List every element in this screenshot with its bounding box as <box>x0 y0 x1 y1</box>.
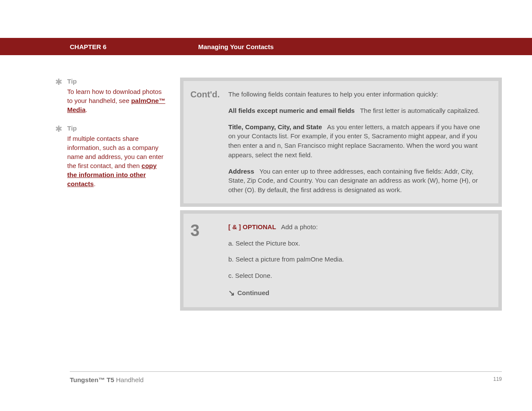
tip-label: Tip <box>67 78 77 85</box>
footer-product-bold: Tungsten™ T5 <box>70 376 114 383</box>
arrow-down-right-icon: ↘ <box>228 287 235 299</box>
optional-line: [ & ] OPTIONAL Add a photo: <box>228 222 488 232</box>
tip-text-post: . <box>94 180 96 187</box>
asterisk-icon: ✱ <box>55 125 62 133</box>
sidebar-tips: ✱ Tip To learn how to download photos to… <box>55 78 180 314</box>
tip-block: ✱ Tip If multiple contacts share informa… <box>55 125 167 188</box>
asterisk-icon: ✱ <box>55 78 62 86</box>
optional-label: [ & ] OPTIONAL <box>228 223 276 230</box>
term-label: Address <box>228 168 254 175</box>
intro-text: The following fields contain features to… <box>228 90 488 99</box>
step-number: 3 <box>190 222 228 239</box>
substep: c. Select Done. <box>228 271 488 280</box>
field-item: Title, Company, City, and State As you e… <box>228 122 488 160</box>
field-item: Address You can enter up to three addres… <box>228 167 488 195</box>
footer-product-rest: Handheld <box>114 376 143 383</box>
continued-indicator: ↘ Continued <box>228 287 488 299</box>
main-content: Cont'd. The following fields contain fea… <box>180 78 502 314</box>
term-label: All fields except numeric and email fiel… <box>228 107 355 114</box>
continued-label: Continued <box>237 288 269 298</box>
chapter-header-bar: CHAPTER 6 Managing Your Contacts <box>0 38 532 55</box>
footer-page-number: 119 <box>493 376 502 383</box>
tip-body: To learn how to download photos to your … <box>55 87 167 114</box>
tip-text-post: . <box>86 106 87 113</box>
chapter-title: Managing Your Contacts <box>198 43 274 50</box>
term-label: Title, Company, City, and State <box>228 123 322 131</box>
instruction-panel-contd: Cont'd. The following fields contain fea… <box>180 78 502 207</box>
substep: b. Select a picture from palmOne Media. <box>228 255 488 264</box>
chapter-number: CHAPTER 6 <box>70 43 198 50</box>
substep: a. Select the Picture box. <box>228 239 488 248</box>
page-footer: Tungsten™ T5 Handheld 119 <box>70 371 502 383</box>
tip-block: ✱ Tip To learn how to download photos to… <box>55 78 167 114</box>
term-desc: The first letter is automatically capita… <box>360 107 480 114</box>
term-desc: You can enter up to three addresses, eac… <box>228 168 478 194</box>
instruction-panel-step3: 3 [ & ] OPTIONAL Add a photo: a. Select … <box>180 210 502 311</box>
tip-body: If multiple contacts share information, … <box>55 134 167 188</box>
optional-text: Add a photo: <box>281 223 318 230</box>
field-item: All fields except numeric and email fiel… <box>228 106 488 115</box>
footer-product: Tungsten™ T5 Handheld <box>70 376 143 383</box>
tip-label: Tip <box>67 125 77 132</box>
step-contd-label: Cont'd. <box>190 90 228 100</box>
